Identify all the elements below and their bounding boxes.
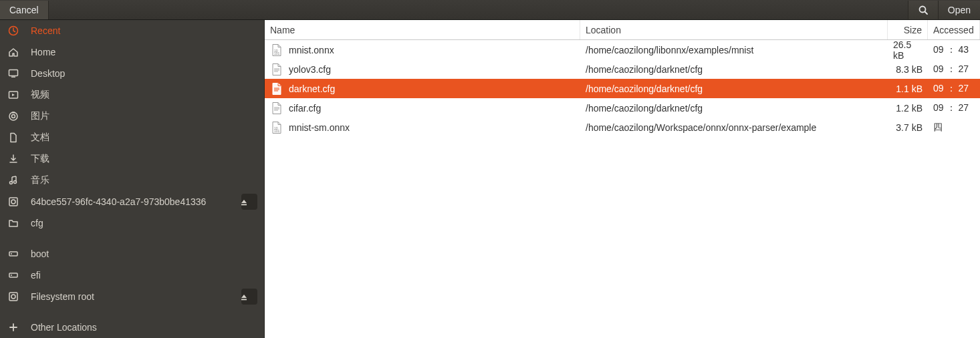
- search-button[interactable]: [908, 1, 938, 19]
- cancel-button[interactable]: Cancel: [0, 1, 49, 19]
- sidebar-item-label: 图片: [31, 110, 257, 122]
- file-location: /home/caozilong/Workspace/onnx/onnx-pars…: [580, 118, 888, 137]
- file-name: mnist-sm.onnx: [289, 122, 350, 133]
- sidebar-item-64bce557-96fc-4340-a2a7-973b0be41336[interactable]: 64bce557-96fc-4340-a2a7-973b0be41336: [0, 191, 264, 212]
- music-icon: [8, 175, 19, 186]
- file-accessed: 09：27: [928, 59, 980, 79]
- videos-icon: [8, 90, 19, 100]
- sidebar-item-[interactable]: 视频: [0, 84, 264, 106]
- sidebar-item-[interactable]: 音乐: [0, 170, 264, 191]
- file-accessed: 09：43: [928, 40, 980, 59]
- file-row[interactable]: darknet.cfg/home/caozilong/darknet/cfg1.…: [265, 79, 980, 98]
- file-row[interactable]: cifar.cfg/home/caozilong/darknet/cfg1.2 …: [265, 98, 980, 118]
- sidebar-item-label: Desktop: [31, 68, 257, 79]
- file-name: darknet.cfg: [289, 83, 335, 94]
- sidebar-item-desktop[interactable]: Desktop: [0, 63, 264, 84]
- sidebar-item-label: Filesystem root: [31, 291, 241, 302]
- sidebar-item-other-locations[interactable]: Other Locations: [0, 317, 264, 338]
- clock-icon: [8, 25, 19, 36]
- sidebar-item-[interactable]: 下载: [0, 148, 264, 170]
- disk-icon: [8, 196, 19, 207]
- text-file-icon: [271, 102, 282, 114]
- file-row[interactable]: yolov3.cfg/home/caozilong/darknet/cfg8.3…: [265, 59, 980, 79]
- file-size: 1.2 kB: [888, 98, 928, 118]
- file-row[interactable]: mnist.onnx/home/caozilong/libonnx/exampl…: [265, 40, 980, 59]
- sidebar: RecentHomeDesktop视频图片文档下载音乐64bce557-96fc…: [0, 20, 265, 338]
- binary-file-icon: [271, 122, 282, 134]
- sidebar-item-label: efi: [31, 270, 257, 281]
- file-name: yolov3.cfg: [289, 64, 331, 75]
- sidebar-item-label: boot: [31, 248, 257, 259]
- file-list-panel: Name Location Size Accessed mnist.onnx/h…: [265, 20, 980, 338]
- sidebar-item-efi[interactable]: efi: [0, 265, 264, 286]
- column-headers: Name Location Size Accessed: [265, 20, 980, 40]
- sidebar-item-label: Recent: [31, 25, 257, 36]
- disk-icon: [8, 291, 19, 302]
- file-name: cifar.cfg: [289, 103, 321, 114]
- file-accessed: 四: [928, 118, 980, 137]
- eject-icon: [238, 196, 249, 207]
- pictures-icon: [8, 111, 19, 122]
- sidebar-item-[interactable]: 文档: [0, 127, 264, 148]
- sidebar-item-label: 文档: [31, 132, 257, 144]
- file-accessed: 09：27: [928, 98, 980, 118]
- eject-button[interactable]: [241, 194, 257, 210]
- file-location: /home/caozilong/darknet/cfg: [580, 98, 888, 118]
- sidebar-item-home[interactable]: Home: [0, 41, 264, 63]
- text-file-icon: [271, 63, 282, 75]
- sidebar-item-label: 64bce557-96fc-4340-a2a7-973b0be41336: [31, 196, 241, 207]
- sidebar-item-[interactable]: 图片: [0, 106, 264, 127]
- file-row[interactable]: mnist-sm.onnx/home/caozilong/Workspace/o…: [265, 118, 980, 137]
- search-icon: [918, 5, 929, 15]
- file-name: mnist.onnx: [289, 45, 334, 55]
- binary-file-icon: [271, 44, 282, 56]
- column-header-size[interactable]: Size: [888, 20, 928, 39]
- eject-icon: [238, 291, 249, 302]
- sidebar-item-label: 音乐: [31, 174, 257, 186]
- file-location: /home/caozilong/libonnx/examples/mnist: [580, 40, 888, 59]
- eject-button[interactable]: [241, 289, 257, 305]
- sidebar-item-recent[interactable]: Recent: [0, 20, 264, 41]
- plus-icon: [8, 322, 19, 333]
- documents-icon: [8, 132, 19, 143]
- file-size: 8.3 kB: [888, 59, 928, 79]
- folder-icon: [8, 218, 19, 228]
- column-header-location[interactable]: Location: [580, 20, 888, 39]
- file-location: /home/caozilong/darknet/cfg: [580, 79, 888, 98]
- text-file-icon: [271, 83, 282, 95]
- sidebar-item-cfg[interactable]: cfg: [0, 212, 264, 234]
- file-size: 1.1 kB: [888, 79, 928, 98]
- sidebar-item-label: cfg: [31, 218, 257, 228]
- column-header-name[interactable]: Name: [265, 20, 580, 39]
- file-accessed: 09：27: [928, 79, 980, 98]
- sidebar-item-boot[interactable]: boot: [0, 243, 264, 265]
- desktop-icon: [8, 68, 19, 79]
- home-icon: [8, 47, 19, 57]
- column-header-accessed[interactable]: Accessed: [928, 20, 980, 39]
- file-size: 3.7 kB: [888, 118, 928, 137]
- sidebar-item-label: Home: [31, 47, 257, 57]
- sidebar-item-label: 视频: [31, 89, 257, 101]
- sidebar-item-filesystem-root[interactable]: Filesystem root: [0, 286, 264, 307]
- titlebar: Cancel Open: [0, 0, 980, 20]
- file-size: 26.5 kB: [888, 40, 928, 59]
- downloads-icon: [8, 154, 19, 164]
- drive-icon: [8, 270, 19, 281]
- sidebar-item-label: Other Locations: [31, 322, 257, 333]
- file-location: /home/caozilong/darknet/cfg: [580, 59, 888, 79]
- sidebar-item-label: 下载: [31, 153, 257, 165]
- open-button[interactable]: Open: [938, 1, 980, 19]
- drive-icon: [8, 248, 19, 259]
